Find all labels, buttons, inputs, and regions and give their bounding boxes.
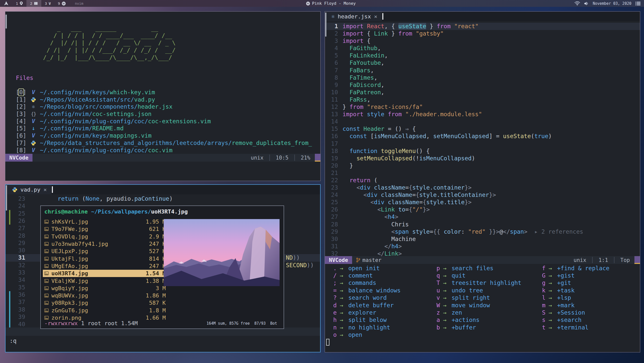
code-line-4[interactable]: 4 FaGithub,: [325, 45, 640, 52]
code-line-11[interactable]: 11 FaRss,: [325, 96, 640, 103]
recent-file-entry[interactable]: [3]{}~/.config/nvim/coc-settings.json: [16, 110, 312, 118]
code-line-5[interactable]: 5 FaLinkedin,: [325, 52, 640, 59]
close-icon[interactable]: ×: [374, 13, 377, 20]
recent-file-entry[interactable]: [7]~/Repos/data_structures_and_algorithm…: [16, 139, 312, 147]
code-line-22[interactable]: 22 return (: [325, 177, 640, 184]
which-key-binding[interactable]: ;→commands: [333, 279, 401, 287]
picker-file-row[interactable]: y08Rpk3.jpg587 K: [43, 299, 168, 307]
recent-file-entry[interactable]: [5]↓~/.config/nvim/README.md: [16, 125, 312, 132]
recent-file-entry[interactable]: [6]V~/.config/nvim/keys/mappings.vim: [16, 132, 312, 139]
which-key-binding[interactable]: a→+actions: [436, 316, 521, 324]
which-key-binding[interactable]: W→move window: [436, 301, 521, 309]
which-key-binding[interactable]: S→+Session: [542, 309, 609, 316]
picker-file-row[interactable]: UMgEfAo.jpg247 K: [43, 262, 168, 270]
which-key-binding[interactable]: f→+find & replace: [542, 264, 609, 272]
code-line-9[interactable]: 9 FaDiscord,: [325, 81, 640, 89]
picker-file-row[interactable]: uoH3RT4.jpg1.54 M: [43, 270, 168, 277]
code-line-7[interactable]: 7 FaBars,: [325, 67, 640, 74]
recent-file-entry[interactable]: [8]V~/.config/nvim/plug-config/coc/coc.v…: [16, 147, 312, 154]
code-line-8[interactable]: 8 FaTimes,: [325, 74, 640, 81]
code-line-24[interactable]: 24 <div className={style.titleContainer}…: [325, 191, 640, 199]
workspace-2[interactable]: 2: [26, 0, 41, 7]
which-key-binding[interactable]: h→split below: [333, 316, 401, 324]
picker-file-row[interactable]: UEJLpxP.jpg527 K: [43, 248, 168, 255]
code-line-21[interactable]: 21: [325, 169, 640, 177]
which-key-binding[interactable]: p→search files: [436, 264, 521, 272]
tab-vad-py[interactable]: vad.py ×: [6, 185, 51, 194]
code-line-6[interactable]: 6 FaYoutube,: [325, 59, 640, 67]
which-key-binding[interactable]: s→+search: [542, 316, 609, 324]
menu-icon[interactable]: [635, 2, 640, 6]
code-line-13[interactable]: 13import style from "./header.module.les…: [325, 111, 640, 118]
code-line-31[interactable]: 31 </h4>: [325, 243, 640, 250]
which-key-binding[interactable]: o→open: [333, 331, 401, 339]
scrollbar-thumb[interactable]: [6, 15, 7, 28]
which-key-binding[interactable]: t→+terminal: [542, 324, 609, 331]
code-line-26[interactable]: 26 <Link to={"/"}>: [325, 206, 640, 213]
code-line-18[interactable]: 18 function toggleMenu() {: [325, 147, 640, 155]
which-key-binding[interactable]: e→explorer: [333, 309, 401, 316]
code-line-17[interactable]: 17: [325, 140, 640, 147]
code-line-30[interactable]: 30 Machine: [325, 235, 640, 243]
recent-file-entry[interactable]: [1]~/Repos/VoiceAssistant/src/vad.py: [16, 96, 312, 103]
code-line-15[interactable]: 15const Header = () ⇒ {: [325, 125, 640, 133]
workspace-9[interactable]: 9: [54, 0, 69, 7]
code-line-23[interactable]: 23 <div className={style.container}>: [325, 184, 640, 191]
code-line-10[interactable]: 10 FaPatreon,: [325, 89, 640, 96]
scrollbar-thumb[interactable]: [325, 13, 326, 37]
which-key-binding[interactable]: =→balance windows: [333, 287, 401, 294]
line-number: 40: [6, 321, 25, 328]
which-key-binding[interactable]: n→no highlight: [333, 324, 401, 331]
code-line-2[interactable]: 2import { Link } from "gatsby": [325, 30, 640, 37]
code-line-28[interactable]: 28 Chris: [325, 221, 640, 228]
code-line-23[interactable]: 23 return (None, pyaudio.paContinue): [6, 195, 320, 202]
workspace-3[interactable]: 3V: [41, 0, 54, 7]
code-line-16[interactable]: 16 const [isMenuCollapsed, setMenuCollap…: [325, 133, 640, 140]
which-key-binding[interactable]: g→+git: [542, 279, 609, 287]
recent-file-entry[interactable]: [2]⚛~/Repos/blog/src/components/header.j…: [16, 103, 312, 110]
picker-file-row[interactable]: TvOVDlq.jpg2.9 M: [43, 233, 168, 240]
close-icon[interactable]: ×: [43, 187, 47, 193]
picker-file-row[interactable]: u7o3nwab7fy41.jpg247 K: [43, 240, 168, 248]
picker-file-row[interactable]: zGnGuT6.jpg1.8 M: [43, 307, 168, 314]
picker-file-row[interactable]: wqBUWVx.jpg1.86 M: [43, 292, 168, 299]
which-key-binding[interactable]: l→+lsp: [542, 294, 609, 301]
command-line[interactable]: :q: [10, 338, 17, 344]
which-key-binding[interactable]: q→quit: [436, 272, 521, 279]
code-line-14[interactable]: 14: [325, 118, 640, 125]
which-key-binding[interactable]: u→undo tree: [436, 287, 521, 294]
which-key-binding[interactable]: .→open init: [333, 264, 401, 272]
which-key-binding[interactable]: k→+task: [542, 287, 609, 294]
which-key-binding[interactable]: ?→search word: [333, 294, 401, 301]
which-key-binding[interactable]: b→+buffer: [436, 324, 521, 331]
tab-header-jsx[interactable]: ⚛ header.jsx ×: [325, 12, 382, 21]
code-line-25[interactable]: 25 <div className={style.title}>: [325, 199, 640, 206]
picker-file-row[interactable]: UktajFl.jpg814 K: [43, 255, 168, 262]
which-key-binding[interactable]: v→split right: [436, 294, 521, 301]
volume-icon[interactable]: [584, 2, 589, 6]
workspace-1[interactable]: 1: [12, 0, 26, 7]
code-line-29[interactable]: 29 <span style={{ color: "red" }}>@</spa…: [325, 228, 640, 235]
which-key-binding[interactable]: d→delete buffer: [333, 301, 401, 309]
arch-linux-icon[interactable]: [0, 1, 12, 6]
recent-file-entry[interactable]: [4]V~/.config/nvim/plug-config/coc/coc-e…: [16, 118, 312, 125]
which-key-binding[interactable]: /→comment: [333, 272, 401, 279]
now-playing[interactable]: Pink Floyd - Money: [306, 0, 356, 7]
code-line-20[interactable]: 20 }: [325, 162, 640, 169]
code-line-19[interactable]: 19 setMenuCollapsed(!isMenuCollapsed): [325, 155, 640, 162]
code-line-3[interactable]: 3import {: [325, 37, 640, 45]
code-line-12[interactable]: 12} from "react-icons/fa": [325, 103, 640, 111]
scrollbar-thumb[interactable]: [6, 185, 7, 210]
picker-file-row[interactable]: wgBqiyY.jpg3 M: [43, 285, 168, 292]
which-key-binding[interactable]: m→+mark: [542, 301, 609, 309]
code-line-27[interactable]: 27 <h4>: [325, 213, 640, 221]
wifi-icon[interactable]: [574, 1, 580, 6]
which-key-binding[interactable]: z→zen: [436, 309, 521, 316]
recent-file-entry[interactable]: [0]V~/.config/nvim/keys/which-key.vim: [16, 89, 312, 96]
picker-file-row[interactable]: shKsVrL.jpg1.95 M: [43, 218, 168, 225]
which-key-binding[interactable]: G→+gist: [542, 272, 609, 279]
which-key-binding[interactable]: T→treesitter highlight: [436, 279, 521, 287]
code-line-1[interactable]: 1import React, { useState } from "react": [325, 23, 640, 30]
picker-file-row[interactable]: T9o7FWe.jpg621 K: [43, 225, 168, 233]
picker-file-row[interactable]: VEaljKW.jpg1.38 M: [43, 277, 168, 284]
